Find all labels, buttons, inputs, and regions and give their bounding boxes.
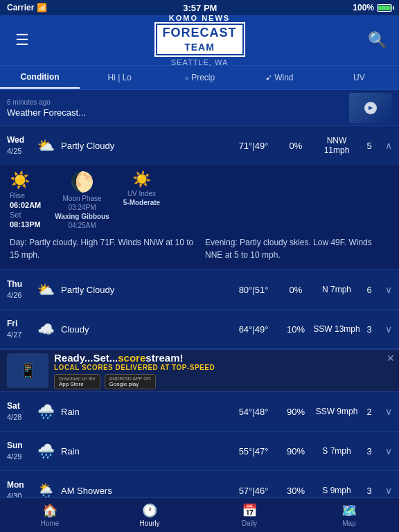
- uv-col: ☀️ UV Index 5-Moderate: [123, 170, 160, 206]
- condition-tab-bar: Condition Hi | Lo ⬨ Precip ➹ Wind UV: [0, 65, 399, 90]
- forecast-condition-fri427: Cloudy: [61, 324, 229, 335]
- forecast-uv-fri427: 3: [360, 324, 378, 335]
- forecast-icon-mon430: 🌦️: [33, 478, 58, 497]
- forecast-row-main-fri427[interactable]: Fri 4/27 ☁️ Cloudy 64°|49° 10% SSW 13mph…: [0, 310, 399, 348]
- detail-text-area: Day: Partly cloudy. High 71F. Winds NNW …: [10, 236, 389, 261]
- logo-komo: KOMO NEWS: [169, 14, 230, 22]
- forecast-row-main-mon430[interactable]: Mon 4/30 🌦️ AM Showers 57°|46° 30% S 9mp…: [0, 471, 399, 497]
- forecast-date-thu426: Thu 4/26: [7, 279, 33, 300]
- home-icon: 🏠: [42, 503, 57, 518]
- logo-team: TEAM: [157, 42, 242, 54]
- ad-logo: 📱: [7, 353, 48, 388]
- ad-subtitle: LOCAL SCORES DELIVERED AT TOP-SPEED: [54, 364, 392, 371]
- forecast-precip-sun429: 90%: [278, 446, 313, 456]
- forecast-precip-thu426: 0%: [278, 285, 313, 295]
- forecast-row-sat428: Sat 4/28 🌧️ Rain 54°|48° 90% SSW 9mph 2 …: [0, 392, 399, 432]
- chevron-down-icon-sat: ∨: [378, 406, 392, 417]
- forecast-date-mon430: Mon 4/30: [7, 480, 33, 497]
- forecast-icon-fri427: ☁️: [33, 317, 58, 342]
- news-banner[interactable]: 6 minutes ago Weather Forecast...: [0, 90, 399, 126]
- forecast-condition-wed425: Partly Cloudy: [61, 141, 229, 151]
- forecast-hilo-fri427: 64°|49°: [229, 324, 278, 335]
- daily-icon: 📅: [242, 503, 257, 518]
- forecast-wind-wed425: NNW 11mph: [313, 136, 360, 155]
- chevron-up-icon: ∧: [378, 140, 392, 151]
- forecast-precip-sat428: 90%: [278, 407, 313, 417]
- forecast-wind-sat428: SSW 9mph: [313, 407, 360, 416]
- logo-forecast: FORECAST: [157, 25, 242, 42]
- ad-text-area: Ready...Set...scorestream! LOCAL SCORES …: [54, 352, 392, 389]
- forecast-uv-thu426: 6: [360, 285, 378, 295]
- map-icon: 🗺️: [342, 503, 357, 518]
- tab-hilo[interactable]: Hi | Lo: [80, 67, 159, 88]
- forecast-wind-sun429: S 7mph: [313, 446, 360, 456]
- ad-close-button[interactable]: ✕: [387, 353, 395, 364]
- forecast-condition-mon430: AM Showers: [61, 486, 229, 496]
- hourly-icon: 🕐: [142, 503, 157, 518]
- forecast-row-main-wed425[interactable]: Wed 4/25 ⛅ Partly Cloudy 71°|49° 0% NNW …: [0, 126, 399, 165]
- googleplay-button[interactable]: ANDROID APP ON Google play: [105, 374, 156, 389]
- forecast-wind-thu426: N 7mph: [313, 285, 360, 294]
- news-timestamp: 6 minutes ago: [7, 98, 344, 106]
- sunrise-col: ☀️ Rise 06:02AM Set 08:13PM: [10, 170, 41, 229]
- tab-precip[interactable]: ⬨ Precip: [159, 67, 239, 88]
- forecast-wind-mon430: S 9mph: [313, 486, 360, 495]
- forecast-condition-sun429: Rain: [61, 446, 229, 456]
- status-battery: 100%: [353, 3, 392, 12]
- forecast-date-fri427: Fri 4/27: [7, 319, 33, 339]
- bottom-tab-bar: 🏠 Home 🕐 Hourly 📅 Daily 🗺️ Map: [0, 497, 399, 532]
- moon-col: 🌔 Moon Phase 03:24PM Waxing Gibbous 04:2…: [55, 170, 109, 229]
- forecast-row-wed425: Wed 4/25 ⛅ Partly Cloudy 71°|49° 0% NNW …: [0, 126, 399, 270]
- forecast-hilo-wed425: 71°|49°: [229, 141, 278, 151]
- day-text: Day: Partly cloudy. High 71F. Winds NNW …: [10, 236, 194, 261]
- tab-wind[interactable]: ➹ Wind: [240, 67, 319, 88]
- forecast-wind-fri427: SSW 13mph: [313, 324, 360, 334]
- news-thumbnail[interactable]: [349, 93, 392, 123]
- menu-button[interactable]: ☰: [10, 31, 35, 49]
- forecast-list: Wed 4/25 ⛅ Partly Cloudy 71°|49° 0% NNW …: [0, 126, 399, 497]
- news-headline: Weather Forecast...: [7, 107, 86, 118]
- ad-title: Ready...Set...scorestream!: [54, 352, 392, 364]
- appstore-button[interactable]: Download on the App Store: [54, 374, 100, 389]
- forecast-date-wed425: Wed 4/25: [7, 135, 33, 156]
- moon-icon: 🌔: [70, 170, 94, 193]
- forecast-row-main-sun429[interactable]: Sun 4/29 🌧️ Rain 55°|47° 90% S 7mph 3 ∨: [0, 432, 399, 470]
- forecast-hilo-thu426: 80°|51°: [229, 285, 278, 295]
- forecast-hilo-sat428: 54°|48°: [229, 407, 278, 417]
- logo-location: SEATTLE, WA: [171, 58, 229, 66]
- forecast-precip-fri427: 10%: [278, 324, 313, 335]
- forecast-precip-wed425: 0%: [278, 141, 313, 151]
- tab-uv[interactable]: UV: [319, 67, 399, 88]
- forecast-hilo-mon430: 57°|46°: [229, 486, 278, 496]
- tab-map[interactable]: 🗺️ Map: [299, 498, 399, 532]
- tab-daily[interactable]: 📅 Daily: [200, 498, 299, 532]
- forecast-row-sun429: Sun 4/29 🌧️ Rain 55°|47° 90% S 7mph 3 ∨: [0, 432, 399, 471]
- tab-home[interactable]: 🏠 Home: [0, 498, 100, 532]
- forecast-uv-wed425: 5: [360, 141, 378, 151]
- sunrise-icon: ☀️: [10, 170, 41, 190]
- forecast-row-main-sat428[interactable]: Sat 4/28 🌧️ Rain 54°|48° 90% SSW 9mph 2 …: [0, 392, 399, 431]
- uv-icon: ☀️: [132, 170, 151, 188]
- chevron-down-icon-thu: ∨: [378, 284, 392, 295]
- evening-text: Evening: Partly cloudy skies. Low 49F. W…: [205, 236, 389, 261]
- chevron-down-icon-fri: ∨: [378, 323, 392, 335]
- forecast-icon-sun429: 🌧️: [33, 438, 58, 463]
- forecast-precip-mon430: 30%: [278, 486, 313, 496]
- forecast-date-sat428: Sat 4/28: [7, 401, 33, 422]
- forecast-row-main-thu426[interactable]: Thu 4/26 ⛅ Partly Cloudy 80°|51° 0% N 7m…: [0, 270, 399, 309]
- status-bar: Carrier 📶 3:57 PM 100%: [0, 0, 399, 15]
- wifi-icon: 📶: [37, 3, 47, 12]
- news-banner-text: 6 minutes ago Weather Forecast...: [7, 98, 344, 118]
- ad-banner[interactable]: 📱 Ready...Set...scorestream! LOCAL SCORE…: [0, 349, 399, 392]
- logo-area: KOMO NEWS FORECAST TEAM SEATTLE, WA: [154, 14, 245, 66]
- search-button[interactable]: 🔍: [364, 31, 389, 49]
- forecast-condition-thu426: Partly Cloudy: [61, 285, 229, 295]
- tab-hourly[interactable]: 🕐 Hourly: [100, 498, 200, 532]
- forecast-date-sun429: Sun 4/29: [7, 441, 33, 461]
- ad-stores: Download on the App Store ANDROID APP ON…: [54, 374, 392, 389]
- chevron-down-icon-sun: ∨: [378, 445, 392, 456]
- forecast-row-thu426: Thu 4/26 ⛅ Partly Cloudy 80°|51° 0% N 7m…: [0, 270, 399, 310]
- chevron-down-icon-mon: ∨: [378, 485, 392, 496]
- logo-box: FORECAST TEAM: [154, 22, 245, 57]
- tab-condition[interactable]: Condition: [0, 66, 80, 89]
